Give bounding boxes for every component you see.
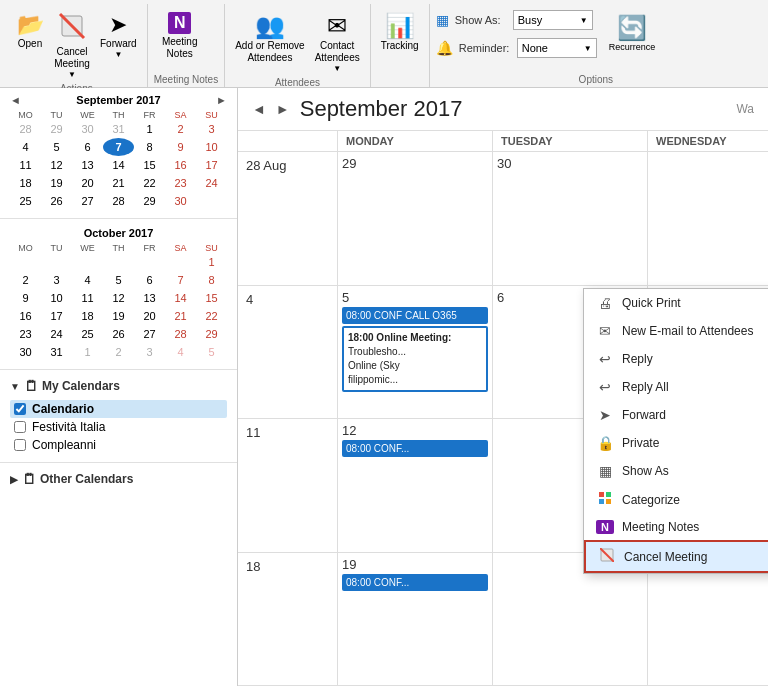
sep-day-14[interactable]: 14 — [103, 156, 134, 174]
contact-attendees-button[interactable]: ✉ ContactAttendees ▼ — [311, 8, 364, 77]
sep-day-23[interactable]: 23 — [165, 174, 196, 192]
cal-cell-12[interactable]: 12 08:00 CONF... — [338, 419, 493, 552]
sep-next-nav[interactable]: ► — [216, 94, 227, 106]
sep-day-7[interactable]: 7 — [103, 138, 134, 156]
oct-day-25[interactable]: 25 — [72, 325, 103, 343]
my-calendars-header[interactable]: ▼ 🗒 My Calendars — [10, 378, 227, 394]
sep-day-16[interactable]: 16 — [165, 156, 196, 174]
oct-day-26[interactable]: 26 — [103, 325, 134, 343]
sep-day-27[interactable]: 27 — [72, 192, 103, 210]
sep-day-15[interactable]: 15 — [134, 156, 165, 174]
oct-day-15[interactable]: 15 — [196, 289, 227, 307]
sep-day-5[interactable]: 5 — [41, 138, 72, 156]
reminder-select[interactable]: None ▼ — [517, 38, 597, 58]
festivita-checkbox[interactable] — [14, 421, 26, 433]
sep-day-6[interactable]: 6 — [72, 138, 103, 156]
show-as-select[interactable]: Busy ▼ — [513, 10, 593, 30]
context-item-cancel-meeting[interactable]: Cancel Meeting — [584, 540, 768, 573]
oct-day-30[interactable]: 30 — [10, 343, 41, 361]
sep-day-11[interactable]: 11 — [10, 156, 41, 174]
sep-day-2[interactable]: 2 — [165, 120, 196, 138]
forward-button[interactable]: ➤ Forward ▼ — [96, 8, 141, 63]
compleanni-checkbox[interactable] — [14, 439, 26, 451]
oct-day-9[interactable]: 9 — [10, 289, 41, 307]
tracking-button[interactable]: 📊 Tracking — [377, 8, 423, 55]
sep-day-25[interactable]: 25 — [10, 192, 41, 210]
sep-day-28[interactable]: 28 — [10, 120, 41, 138]
oct-day-1[interactable]: 1 — [196, 253, 227, 271]
context-item-reply-all[interactable]: ↩ Reply All — [584, 373, 768, 401]
cal-cell-29[interactable]: 29 — [338, 152, 493, 285]
cancel-meeting-toolbar-button[interactable]: CancelMeeting ▼ — [50, 8, 94, 83]
oct-day-4[interactable]: 4 — [165, 343, 196, 361]
oct-day-13[interactable]: 13 — [134, 289, 165, 307]
oct-day-27[interactable]: 27 — [134, 325, 165, 343]
oct-day-7[interactable]: 7 — [165, 271, 196, 289]
sep-prev-nav[interactable]: ◄ — [10, 94, 21, 106]
oct-day-31[interactable]: 31 — [41, 343, 72, 361]
oct-day-3[interactable]: 3 — [41, 271, 72, 289]
context-item-forward[interactable]: ➤ Forward — [584, 401, 768, 429]
oct-day-12[interactable]: 12 — [103, 289, 134, 307]
oct-day-5[interactable]: 5 — [196, 343, 227, 361]
context-item-new-email[interactable]: ✉ New E-mail to Attendees — [584, 317, 768, 345]
cal-cell-wa1[interactable] — [648, 152, 768, 285]
oct-day-10[interactable]: 10 — [41, 289, 72, 307]
sep-day-24[interactable]: 24 — [196, 174, 227, 192]
other-calendars-header[interactable]: ▶ 🗒 Other Calendars — [10, 471, 227, 487]
oct-day-21[interactable]: 21 — [165, 307, 196, 325]
context-item-quick-print[interactable]: 🖨 Quick Print — [584, 289, 768, 317]
context-item-reply[interactable]: ↩ Reply — [584, 345, 768, 373]
sep-day-3[interactable]: 3 — [196, 120, 227, 138]
oct-day-6[interactable]: 6 — [134, 271, 165, 289]
oct-day-1[interactable]: 1 — [72, 343, 103, 361]
oct-day-28[interactable]: 28 — [165, 325, 196, 343]
cal-cell-19[interactable]: 19 08:00 CONF... — [338, 553, 493, 686]
calendario-checkbox[interactable] — [14, 403, 26, 415]
sep-day-29[interactable]: 29 — [134, 192, 165, 210]
sep-day-21[interactable]: 21 — [103, 174, 134, 192]
context-item-meeting-notes[interactable]: N Meeting Notes — [584, 514, 768, 540]
add-remove-attendees-button[interactable]: 👥 Add or RemoveAttendees — [231, 8, 308, 68]
sep-day-9[interactable]: 9 — [165, 138, 196, 156]
oct-day-24[interactable]: 24 — [41, 325, 72, 343]
sep-day-12[interactable]: 12 — [41, 156, 72, 174]
oct-day-8[interactable]: 8 — [196, 271, 227, 289]
sep-day-26[interactable]: 26 — [41, 192, 72, 210]
oct-day-29[interactable]: 29 — [196, 325, 227, 343]
calendar-item-compleanni[interactable]: Compleanni — [10, 436, 227, 454]
cal-next-nav[interactable]: ► — [276, 101, 290, 117]
oct-day-18[interactable]: 18 — [72, 307, 103, 325]
sep-day-4[interactable]: 4 — [10, 138, 41, 156]
cal-cell-5[interactable]: 5 08:00 CONF CALL O365 18:00 Online Meet… — [338, 286, 493, 419]
oct-day-16[interactable]: 16 — [10, 307, 41, 325]
sep-day-13[interactable]: 13 — [72, 156, 103, 174]
sep-day-18[interactable]: 18 — [10, 174, 41, 192]
event-12-conf[interactable]: 08:00 CONF... — [342, 440, 488, 457]
calendar-item-festivita[interactable]: Festività Italia — [10, 418, 227, 436]
sep-day-19[interactable]: 19 — [41, 174, 72, 192]
sep-day-8[interactable]: 8 — [134, 138, 165, 156]
sep-day-10[interactable]: 10 — [196, 138, 227, 156]
sep-day-17[interactable]: 17 — [196, 156, 227, 174]
recurrence-button[interactable]: 🔄 Recurrence — [605, 10, 660, 74]
oct-day-2[interactable]: 2 — [103, 343, 134, 361]
event-conf-call[interactable]: 08:00 CONF CALL O365 — [342, 307, 488, 324]
event-19-conf[interactable]: 08:00 CONF... — [342, 574, 488, 591]
context-item-categorize[interactable]: Categorize ▶ — [584, 485, 768, 514]
event-online-meeting[interactable]: 18:00 Online Meeting: Troublesho... Onli… — [342, 326, 488, 392]
cal-prev-nav[interactable]: ◄ — [252, 101, 266, 117]
sep-day-22[interactable]: 22 — [134, 174, 165, 192]
sep-day-30[interactable]: 30 — [165, 192, 196, 210]
sep-day-1[interactable]: 1 — [134, 120, 165, 138]
oct-day-22[interactable]: 22 — [196, 307, 227, 325]
oct-day-4[interactable]: 4 — [72, 271, 103, 289]
context-item-private[interactable]: 🔒 Private — [584, 429, 768, 457]
sep-day-28[interactable]: 28 — [103, 192, 134, 210]
open-button[interactable]: 📂 Open — [12, 8, 48, 53]
sep-day-20[interactable]: 20 — [72, 174, 103, 192]
oct-day-2[interactable]: 2 — [10, 271, 41, 289]
oct-day-17[interactable]: 17 — [41, 307, 72, 325]
meeting-notes-button[interactable]: N MeetingNotes — [154, 8, 206, 64]
oct-day-14[interactable]: 14 — [165, 289, 196, 307]
